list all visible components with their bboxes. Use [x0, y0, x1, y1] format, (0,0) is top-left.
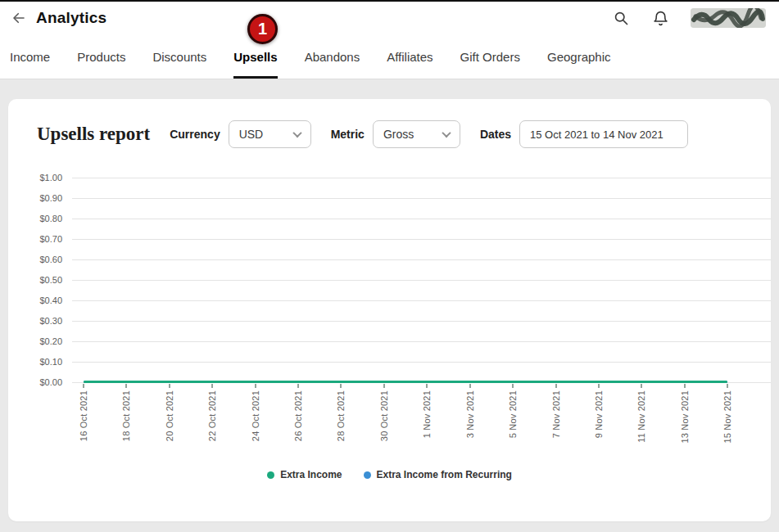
x-axis-tick-label: 3 Nov 2021 [465, 390, 475, 441]
y-axis-tick-label: $0.30 [8, 315, 62, 327]
page-title: Analytics [36, 9, 106, 27]
gridline [72, 219, 771, 219]
currency-value: USD [239, 128, 264, 141]
dates-control: Dates [480, 120, 688, 148]
y-axis-tick-label: $0.10 [8, 356, 62, 367]
tab-gift-orders[interactable]: Gift Orders [460, 34, 520, 79]
metric-select[interactable]: Gross [373, 120, 460, 148]
gridline [72, 321, 771, 322]
metric-control: Metric Gross [331, 120, 460, 148]
x-axis-tick-label: 1 Nov 2021 [422, 390, 432, 441]
legend-item-extra-income[interactable]: Extra Income [267, 469, 342, 480]
x-axis-tick-label: 9 Nov 2021 [594, 390, 604, 441]
x-axis-tick-label: 11 Nov 2021 [636, 390, 646, 446]
x-axis-tick-label: 22 Oct 2021 [207, 390, 217, 444]
dates-label: Dates [480, 128, 511, 141]
y-axis-labels: $1.00$0.90$0.80$0.70$0.60$0.50$0.40$0.30… [8, 178, 67, 382]
x-axis-tick-label: 26 Oct 2021 [293, 390, 303, 444]
legend-label: Extra Income [280, 469, 342, 480]
upsells-chart: $1.00$0.90$0.80$0.70$0.60$0.50$0.40$0.30… [74, 178, 771, 454]
report-title: Upsells report [37, 124, 150, 145]
currency-label: Currency [170, 128, 220, 141]
annotation-badge: 1 [247, 14, 278, 44]
back-button[interactable] [10, 9, 28, 27]
tab-geographic[interactable]: Geographic [547, 34, 611, 79]
redacted-user-name[interactable] [691, 8, 766, 28]
chevron-down-icon [442, 128, 451, 138]
back-arrow-icon [11, 11, 26, 25]
gridline [72, 362, 771, 363]
gridline [72, 341, 771, 342]
x-axis-tick-label: 20 Oct 2021 [165, 390, 174, 444]
top-bar: Analytics [0, 2, 779, 34]
y-axis-tick-label: $0.90 [8, 192, 62, 204]
notifications-button[interactable] [650, 8, 671, 29]
y-axis-tick-label: $0.60 [8, 254, 62, 265]
report-header: Upsells report Currency USD Metric Gross… [8, 99, 771, 148]
legend-item-extra-income-from-recurring[interactable]: Extra Income from Recurring [364, 469, 512, 480]
gridline [72, 300, 771, 301]
x-axis-tick-label: 18 Oct 2021 [121, 390, 131, 444]
x-axis-tick-label: 30 Oct 2021 [379, 390, 389, 444]
chart-legend: Extra IncomeExtra Income from Recurring [8, 469, 771, 480]
chart-plot: $1.00$0.90$0.80$0.70$0.60$0.50$0.40$0.30… [74, 178, 771, 382]
x-axis-tick-label: 16 Oct 2021 [79, 390, 88, 444]
metric-value: Gross [383, 128, 414, 141]
x-axis-tick-label: 15 Nov 2021 [722, 390, 732, 447]
gridline [72, 239, 771, 240]
redaction-scribble [691, 8, 766, 28]
search-icon [613, 10, 629, 26]
legend-label: Extra Income from Recurring [377, 469, 512, 480]
x-axis-tick-label: 5 Nov 2021 [508, 390, 518, 441]
search-button[interactable] [611, 8, 631, 28]
x-axis-tick-label: 7 Nov 2021 [551, 390, 561, 441]
gridline [72, 178, 771, 178]
chevron-down-icon [292, 128, 301, 138]
y-axis-tick-label: $0.40 [8, 295, 62, 306]
currency-control: Currency USD [170, 120, 310, 148]
gridline [72, 280, 771, 281]
x-axis-tick-label: 28 Oct 2021 [336, 390, 346, 444]
y-axis-tick-label: $0.00 [8, 376, 62, 388]
y-axis-tick-label: $0.70 [8, 233, 62, 245]
legend-dot-icon [267, 471, 274, 479]
tab-abandons[interactable]: Abandons [305, 34, 360, 79]
top-bar-actions [611, 8, 766, 29]
gridline [72, 198, 771, 199]
y-axis-tick-label: $1.00 [8, 172, 62, 183]
legend-dot-icon [364, 471, 371, 479]
x-axis-tick-label: 13 Nov 2021 [680, 390, 690, 447]
gridline [72, 259, 771, 260]
upsells-report-card: Upsells report Currency USD Metric Gross… [8, 99, 771, 521]
y-axis-tick-label: $0.20 [8, 336, 62, 347]
tab-products[interactable]: Products [77, 34, 125, 79]
x-axis-tick-label: 24 Oct 2021 [251, 390, 260, 444]
x-axis-labels: 16 Oct 202118 Oct 202120 Oct 202122 Oct … [74, 382, 771, 454]
tabs-row: IncomeProductsDiscountsUpsellsAbandonsAf… [0, 34, 779, 79]
metric-label: Metric [331, 128, 365, 141]
y-axis-tick-label: $0.50 [8, 274, 62, 286]
analytics-page: Analytics 1 I [0, 0, 779, 532]
bell-icon [652, 10, 669, 27]
currency-select[interactable]: USD [229, 120, 311, 148]
tab-affiliates[interactable]: Affiliates [387, 34, 433, 79]
tab-discounts[interactable]: Discounts [152, 34, 206, 79]
y-axis-tick-label: $0.80 [8, 213, 62, 224]
tab-income[interactable]: Income [10, 34, 50, 79]
dates-input[interactable] [519, 120, 688, 148]
